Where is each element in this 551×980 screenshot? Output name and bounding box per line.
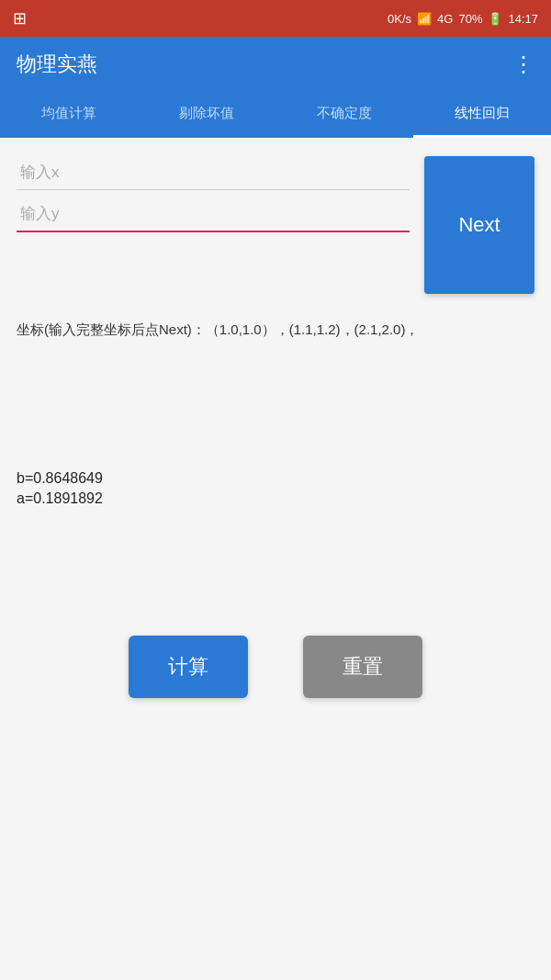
y-input[interactable] <box>17 197 410 232</box>
cellular-icon: 4G <box>437 12 453 26</box>
status-bar-app-icon: ⊞ <box>13 8 27 28</box>
main-content: Next 坐标(输入完整坐标后点Next)：（1.0,1.0），(1.1,1.2… <box>0 138 551 980</box>
result-b: b=0.8648649 <box>17 470 534 487</box>
coord-values: （1.0,1.0），(1.1,1.2)，(2.1,2.0)， <box>206 321 420 337</box>
calculate-button[interactable]: 计算 <box>129 636 248 698</box>
clock: 14:17 <box>508 12 538 26</box>
inputs-column <box>17 156 410 232</box>
wifi-icon: 📶 <box>417 12 432 26</box>
tab-mean-calc[interactable]: 均值计算 <box>0 92 138 136</box>
reset-button[interactable]: 重置 <box>303 636 422 698</box>
tab-remove-bad[interactable]: 剔除坏值 <box>138 92 276 136</box>
input-row: Next <box>17 156 534 294</box>
result-a: a=0.1891892 <box>17 490 534 507</box>
battery-icon: 🔋 <box>488 12 502 26</box>
app-title: 物理实燕 <box>17 51 97 78</box>
result-area: b=0.8648649 a=0.1891892 <box>17 470 534 507</box>
bottom-buttons: 计算 重置 <box>17 636 534 698</box>
coord-label: 坐标(输入完整坐标后点Next)： <box>17 321 206 337</box>
app-bar: 物理实燕 ⋮ <box>0 37 551 92</box>
x-input[interactable] <box>17 156 410 190</box>
battery-level: 70% <box>458 12 482 26</box>
status-bar-right: 0K/s 📶 4G 70% 🔋 14:17 <box>388 12 538 26</box>
menu-icon[interactable]: ⋮ <box>512 51 534 77</box>
tab-uncertainty[interactable]: 不确定度 <box>276 92 413 136</box>
network-speed: 0K/s <box>388 12 411 26</box>
tab-bar: 均值计算 剔除坏值 不确定度 线性回归 <box>0 92 551 138</box>
next-button[interactable]: Next <box>424 156 534 294</box>
tab-linear-regression[interactable]: 线性回归 <box>413 92 551 136</box>
coordinates-display: 坐标(输入完整坐标后点Next)：（1.0,1.0），(1.1,1.2)，(2.… <box>17 318 534 342</box>
status-bar: ⊞ 0K/s 📶 4G 70% 🔋 14:17 <box>0 0 551 37</box>
